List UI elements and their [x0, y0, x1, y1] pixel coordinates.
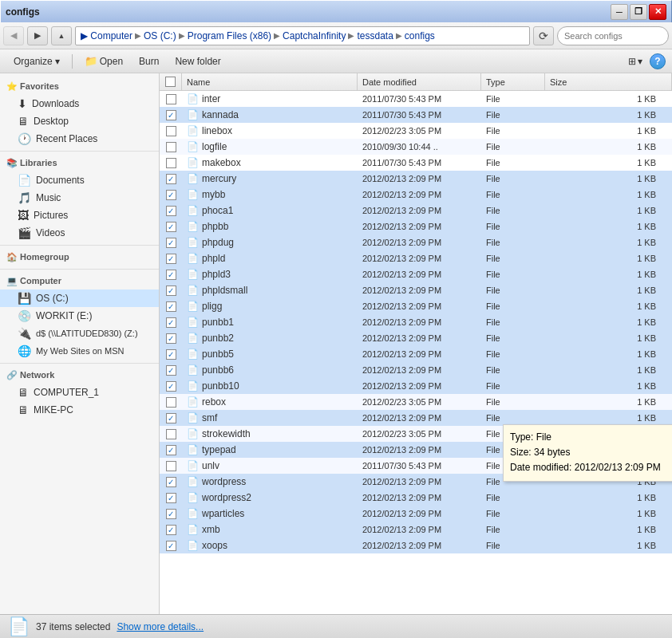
file-checkbox[interactable] [166, 94, 176, 104]
file-checkbox-cell[interactable]: ✓ [160, 301, 182, 312]
table-row[interactable]: ✓📄phpbb2012/02/13 2:09 PMFile1 KB [160, 219, 672, 234]
file-checkbox[interactable] [166, 461, 176, 471]
table-row[interactable]: ✓📄mercury2012/02/13 2:09 PMFile1 KB [160, 171, 672, 187]
table-row[interactable]: ✓📄punbb12012/02/13 2:09 PMFile1 KB [160, 314, 672, 330]
sidebar-item-workit[interactable]: 💿 WORKIT (E:) [0, 307, 159, 325]
breadcrumb-captcha[interactable]: CaptchaInfinity [283, 30, 346, 41]
file-checkbox-cell[interactable]: ✓ [160, 286, 182, 296]
file-checkbox[interactable]: ✓ [166, 445, 176, 455]
table-row[interactable]: ✓📄kannada2011/07/30 5:43 PMFile1 KB [160, 107, 672, 123]
close-button[interactable]: ✕ [649, 4, 666, 20]
file-checkbox-cell[interactable]: ✓ [160, 317, 182, 328]
file-checkbox[interactable]: ✓ [166, 317, 176, 328]
computer-header[interactable]: 💻 Computer [0, 273, 159, 289]
table-row[interactable]: 📄linebox2012/02/23 3:05 PMFile1 KB [160, 123, 672, 139]
file-checkbox-cell[interactable] [160, 126, 182, 136]
file-checkbox-cell[interactable]: ✓ [160, 190, 182, 200]
table-row[interactable]: ✓📄wparticles2012/02/13 2:09 PMFile1 KB [160, 506, 672, 522]
file-checkbox-cell[interactable]: ✓ [160, 413, 182, 423]
breadcrumb-programfiles[interactable]: Program Files (x86) [188, 30, 271, 41]
sidebar-item-documents[interactable]: 📄 Documents [0, 171, 159, 189]
libraries-header[interactable]: 📚 Libraries [0, 155, 159, 171]
file-checkbox-cell[interactable] [160, 94, 182, 104]
sidebar-item-computer1[interactable]: 🖥 COMPUTER_1 [0, 384, 159, 401]
minimize-button[interactable]: ─ [611, 4, 628, 20]
file-checkbox[interactable]: ✓ [166, 381, 176, 392]
network-header[interactable]: 🔗 Network [0, 367, 159, 384]
views-button[interactable]: ⊞ ▾ [623, 53, 648, 70]
file-checkbox[interactable] [166, 429, 176, 439]
table-row[interactable]: 📄logfile2010/09/30 10:44 ..File1 KB [160, 139, 672, 155]
table-row[interactable]: ✓📄punbb62012/02/13 2:09 PMFile1 KB [160, 362, 672, 378]
new-folder-button[interactable]: New folder [168, 53, 227, 70]
table-row[interactable]: 📄inter2011/07/30 5:43 PMFile1 KB [160, 91, 672, 107]
forward-button[interactable]: ▶ [27, 26, 48, 45]
file-checkbox-cell[interactable]: ✓ [160, 333, 182, 344]
select-all-checkbox[interactable] [165, 77, 176, 87]
file-checkbox[interactable]: ✓ [166, 190, 176, 200]
table-row[interactable]: ✓📄pligg2012/02/13 2:09 PMFile1 KB [160, 298, 672, 314]
col-header-type[interactable]: Type [481, 73, 545, 90]
file-checkbox-cell[interactable]: ✓ [160, 541, 182, 551]
file-checkbox-cell[interactable]: ✓ [160, 270, 182, 280]
sidebar-item-desktop[interactable]: 🖥 Desktop [0, 112, 159, 130]
file-checkbox-cell[interactable] [160, 158, 182, 168]
col-header-date[interactable]: Date modified [358, 73, 481, 90]
file-checkbox[interactable]: ✓ [166, 270, 176, 280]
file-checkbox[interactable]: ✓ [166, 541, 176, 551]
table-row[interactable]: ✓📄smf2012/02/13 2:09 PMFile1 KB [160, 410, 672, 426]
sidebar-item-mikepc[interactable]: 🖥 MIKE-PC [0, 401, 159, 419]
table-row[interactable]: ✓📄phpld2012/02/13 2:09 PMFile1 KB [160, 250, 672, 266]
file-checkbox-cell[interactable]: ✓ [160, 381, 182, 392]
open-button[interactable]: 📁 Open [77, 53, 130, 70]
sidebar-item-d-z[interactable]: 🔌 d$ (\\LATITUDED830) (Z:) [0, 325, 159, 342]
file-checkbox-cell[interactable]: ✓ [160, 509, 182, 519]
table-row[interactable]: ✓📄phpld32012/02/13 2:09 PMFile1 KB [160, 266, 672, 282]
file-checkbox[interactable]: ✓ [166, 110, 176, 120]
col-header-name[interactable]: Name [182, 73, 358, 90]
table-row[interactable]: 📄makebox2011/07/30 5:43 PMFile1 KB [160, 155, 672, 171]
file-checkbox-cell[interactable]: ✓ [160, 349, 182, 360]
file-checkbox-cell[interactable] [160, 429, 182, 439]
file-checkbox[interactable]: ✓ [166, 509, 176, 519]
sidebar-item-pictures[interactable]: 🖼 Pictures [0, 207, 159, 224]
file-checkbox-cell[interactable]: ✓ [160, 493, 182, 503]
breadcrumb-computer[interactable]: ▶ Computer [81, 30, 132, 41]
restore-button[interactable]: ❐ [630, 4, 647, 20]
table-row[interactable]: ✓📄xoops2012/02/13 2:09 PMFile1 KB [160, 538, 672, 553]
file-checkbox-cell[interactable] [160, 397, 182, 408]
file-checkbox-cell[interactable]: ✓ [160, 365, 182, 376]
file-checkbox-cell[interactable]: ✓ [160, 206, 182, 216]
file-checkbox[interactable]: ✓ [166, 254, 176, 264]
file-checkbox[interactable]: ✓ [166, 525, 176, 535]
file-checkbox[interactable]: ✓ [166, 301, 176, 312]
file-checkbox[interactable]: ✓ [166, 349, 176, 360]
file-checkbox[interactable] [166, 142, 176, 152]
file-checkbox[interactable]: ✓ [166, 286, 176, 296]
search-bar[interactable]: 🔍 [557, 26, 669, 45]
search-input[interactable] [564, 31, 672, 41]
sidebar-item-msn[interactable]: 🌐 My Web Sites on MSN [0, 342, 159, 360]
back-button[interactable]: ◀ [3, 26, 24, 45]
table-row[interactable]: ✓📄phoca12012/02/13 2:09 PMFile1 KB [160, 203, 672, 219]
file-checkbox[interactable]: ✓ [166, 477, 176, 487]
file-checkbox-cell[interactable]: ✓ [160, 254, 182, 264]
sidebar-item-downloads[interactable]: ⬇ Downloads [0, 95, 159, 112]
favorites-header[interactable]: ⭐ Favorites [0, 78, 159, 95]
table-row[interactable]: ✓📄wordpress22012/02/13 2:09 PMFile1 KB [160, 490, 672, 506]
table-row[interactable]: ✓📄mybb2012/02/13 2:09 PMFile1 KB [160, 187, 672, 203]
file-checkbox[interactable]: ✓ [166, 206, 176, 216]
table-row[interactable]: 📄rebox2012/02/23 3:05 PMFile1 KB [160, 394, 672, 410]
file-checkbox-cell[interactable]: ✓ [160, 525, 182, 535]
col-header-size[interactable]: Size [545, 73, 672, 90]
file-checkbox-cell[interactable] [160, 142, 182, 152]
file-checkbox[interactable]: ✓ [166, 493, 176, 503]
show-more-details-link[interactable]: Show more details... [117, 621, 204, 632]
file-checkbox[interactable] [166, 397, 176, 408]
sidebar-item-os-c[interactable]: 💾 OS (C:) [0, 289, 159, 307]
file-checkbox-cell[interactable] [160, 461, 182, 471]
file-checkbox[interactable]: ✓ [166, 174, 176, 184]
table-row[interactable]: ✓📄phpdug2012/02/13 2:09 PMFile1 KB [160, 234, 672, 250]
file-checkbox[interactable]: ✓ [166, 365, 176, 376]
file-checkbox[interactable]: ✓ [166, 333, 176, 344]
